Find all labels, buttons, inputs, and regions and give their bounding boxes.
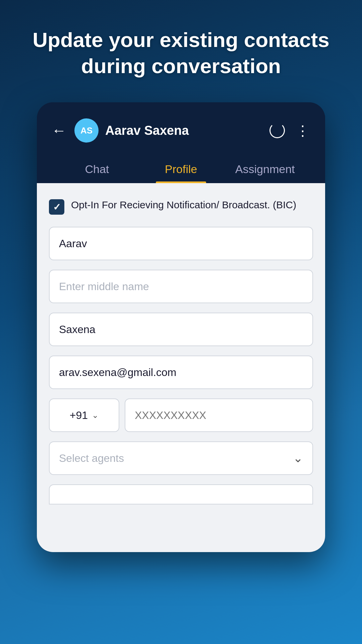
- select-agents-placeholder: Select agents: [59, 452, 124, 465]
- tabs: Chat Profile Assignment: [52, 156, 310, 183]
- first-name-input[interactable]: [49, 227, 313, 260]
- phone-card: ← AS Aarav Saxena ⋮ Chat Profile Assignm…: [37, 102, 325, 552]
- opt-in-label: Opt-In For Recieving Notification/ Broad…: [71, 198, 296, 212]
- check-icon: ✓: [53, 202, 61, 213]
- country-code-label: +91: [70, 409, 88, 422]
- email-input[interactable]: [49, 356, 313, 389]
- refresh-icon[interactable]: [269, 123, 285, 138]
- tab-profile[interactable]: Profile: [139, 156, 223, 183]
- phone-number-input[interactable]: [125, 398, 313, 432]
- phone-row: +91 ⌄: [49, 398, 313, 432]
- header-actions: ⋮: [269, 122, 310, 139]
- country-code-chevron: ⌄: [92, 411, 99, 420]
- header-top: ← AS Aarav Saxena ⋮: [52, 118, 310, 143]
- tab-assignment[interactable]: Assignment: [223, 156, 307, 183]
- last-name-input[interactable]: [49, 313, 313, 346]
- select-agents-dropdown[interactable]: Select agents ⌄: [49, 441, 313, 475]
- header: ← AS Aarav Saxena ⋮ Chat Profile Assignm…: [37, 102, 325, 183]
- profile-content: ✓ Opt-In For Recieving Notification/ Bro…: [37, 183, 325, 552]
- contact-name: Aarav Saxena: [105, 123, 269, 138]
- hero-title: Update your existing contacts during con…: [0, 27, 362, 79]
- opt-in-checkbox[interactable]: ✓: [49, 199, 64, 215]
- chevron-down-icon: ⌄: [293, 451, 303, 465]
- avatar: AS: [74, 118, 99, 143]
- middle-name-input[interactable]: [49, 270, 313, 303]
- opt-in-row: ✓ Opt-In For Recieving Notification/ Bro…: [49, 198, 313, 215]
- tab-chat[interactable]: Chat: [55, 156, 139, 183]
- country-code-selector[interactable]: +91 ⌄: [49, 398, 119, 432]
- back-button[interactable]: ←: [52, 122, 66, 139]
- more-icon[interactable]: ⋮: [296, 122, 310, 139]
- next-field-partial: [49, 484, 313, 504]
